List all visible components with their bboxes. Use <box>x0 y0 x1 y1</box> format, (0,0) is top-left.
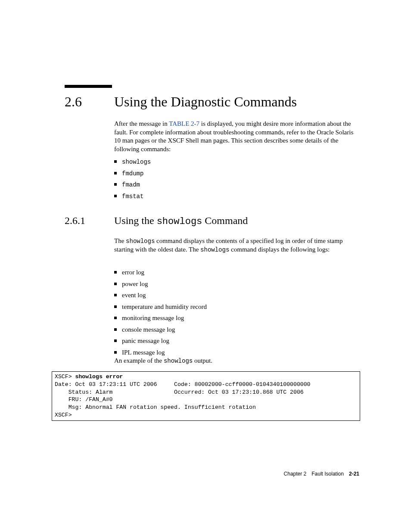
output-line: Date: Oct 03 17:23:11 UTC 2006 Code: 800… <box>55 381 311 388</box>
output-line: FRU: /FAN_A#0 <box>55 396 113 403</box>
page-footer: Chapter 2Fault Isolation2-21 <box>284 471 359 477</box>
log-name: console message log <box>122 326 175 333</box>
showlogs-paragraph: The showlogs command displays the conten… <box>114 237 359 254</box>
inline-command: showlogs <box>126 238 155 245</box>
log-list: error log power log event log temperatur… <box>114 265 359 360</box>
log-name: power log <box>122 280 148 287</box>
footer-chapter: Chapter 2 <box>284 471 307 477</box>
subsection-title: Using the showlogs Command <box>114 215 248 227</box>
command-name: fmdump <box>122 170 143 177</box>
list-item: fmdump <box>114 169 359 178</box>
list-item: IPL message log <box>114 348 359 357</box>
list-item: fmadm <box>114 180 359 189</box>
output-line: Msg: Abnormal FAN rotation speed. Insuff… <box>55 404 256 411</box>
text: output. <box>193 357 212 364</box>
output-line: Status: Alarm Occurred: Oct 03 17:23:10.… <box>55 389 304 395</box>
text: The <box>114 237 126 244</box>
log-name: temperature and humidity record <box>122 303 207 310</box>
footer-page-number: 2-21 <box>349 471 359 477</box>
list-item: fmstat <box>114 192 359 201</box>
command-list: showlogs fmdump fmadm fmstat <box>114 154 359 203</box>
intro-paragraph: After the message in TABLE 2-7 is displa… <box>114 120 359 153</box>
title-command: showlogs <box>157 216 202 227</box>
text: An example of the <box>114 357 164 364</box>
list-item: event log <box>114 291 359 300</box>
typed-command: showlogs error <box>75 373 123 380</box>
list-item: temperature and humidity record <box>114 303 359 311</box>
log-name: panic message log <box>122 337 169 344</box>
list-item: showlogs <box>114 158 359 166</box>
inline-command: showlogs <box>200 246 229 253</box>
page-content: 2.6 Using the Diagnostic Commands After … <box>52 0 359 532</box>
title-prefix: Using the <box>114 215 157 226</box>
command-name: showlogs <box>122 159 151 165</box>
command-name: fmstat <box>122 193 143 200</box>
list-item: power log <box>114 280 359 289</box>
footer-title: Fault Isolation <box>311 471 344 477</box>
list-item: panic message log <box>114 337 359 345</box>
inline-command: showlogs <box>164 358 193 364</box>
example-intro: An example of the showlogs output. <box>114 357 359 365</box>
output-line: XSCF> <box>55 412 72 418</box>
log-name: event log <box>122 292 146 299</box>
log-name: monitoring message log <box>122 314 184 321</box>
subsection-number: 2.6.1 <box>65 215 85 227</box>
log-name: error log <box>122 269 144 276</box>
code-example: XSCF> showlogs error Date: Oct 03 17:23:… <box>52 371 360 421</box>
list-item: error log <box>114 268 359 277</box>
section-rule <box>65 85 112 88</box>
list-item: console message log <box>114 326 359 334</box>
section-title: Using the Diagnostic Commands <box>114 94 297 110</box>
log-name: IPL message log <box>122 349 165 356</box>
command-name: fmadm <box>122 181 140 188</box>
section-number: 2.6 <box>65 94 82 110</box>
list-item: monitoring message log <box>114 314 359 323</box>
intro-text-before: After the message in <box>114 120 169 127</box>
title-suffix: Command <box>202 215 248 226</box>
table-ref-link[interactable]: TABLE 2-7 <box>169 120 199 127</box>
prompt: XSCF> <box>55 373 75 380</box>
text: command displays the following logs: <box>229 246 330 253</box>
